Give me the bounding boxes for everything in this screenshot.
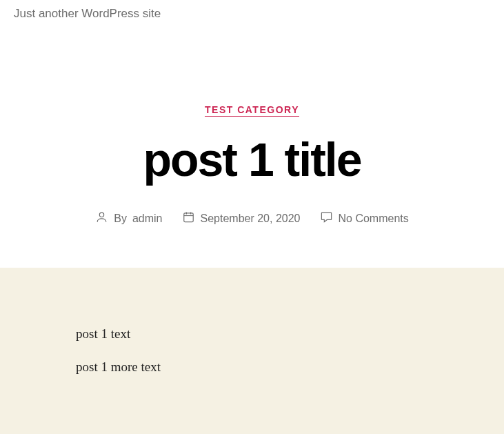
meta-comments: No Comments — [320, 210, 409, 226]
svg-rect-1 — [183, 213, 192, 222]
comment-icon — [320, 210, 333, 226]
post-date[interactable]: September 20, 2020 — [201, 213, 301, 225]
author-link[interactable]: admin — [132, 213, 163, 225]
site-tagline: Just another WordPress site — [0, 0, 504, 28]
post-paragraph: post 1 text — [76, 326, 428, 342]
comments-link[interactable]: No Comments — [339, 213, 409, 225]
post-meta: By admin September 20, 2020 No Comments — [14, 210, 490, 226]
svg-point-0 — [100, 213, 104, 217]
post-header: TEST CATEGORY post 1 title By admin Sept… — [0, 28, 504, 268]
post-paragraph: post 1 more text — [76, 359, 428, 375]
author-icon — [95, 210, 108, 226]
post-title: post 1 title — [14, 136, 490, 183]
category-link[interactable]: TEST CATEGORY — [205, 104, 299, 117]
calendar-icon — [182, 210, 195, 226]
post-content: post 1 text post 1 more text — [0, 268, 504, 434]
by-label: By — [114, 213, 127, 225]
meta-date: September 20, 2020 — [182, 210, 301, 226]
meta-author: By admin — [95, 210, 162, 226]
